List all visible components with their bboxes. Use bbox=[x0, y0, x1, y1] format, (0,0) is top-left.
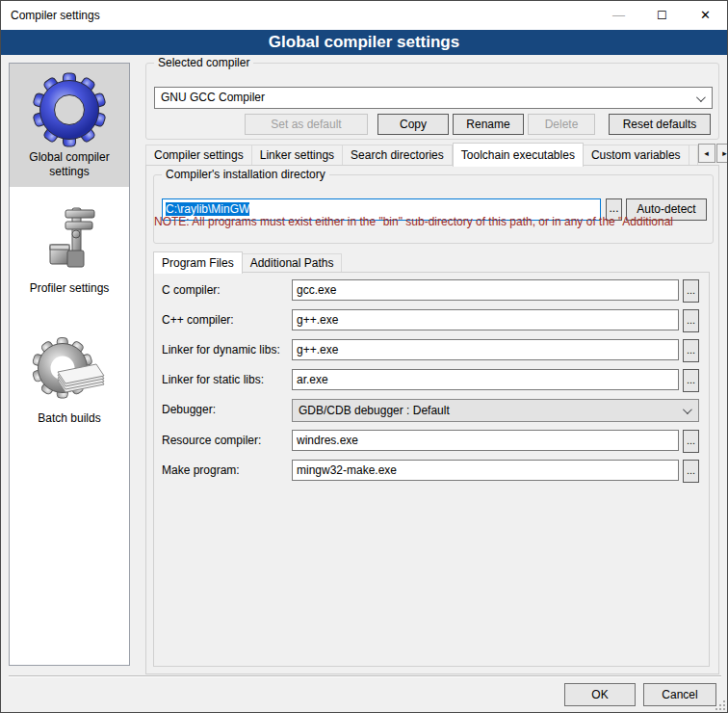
ok-button[interactable]: OK bbox=[564, 683, 636, 706]
install-dir-selected-text: C:\raylib\MinGW bbox=[166, 202, 249, 216]
tab-compiler-settings[interactable]: Compiler settings bbox=[145, 145, 252, 166]
compiler-select[interactable]: GNU GCC Compiler bbox=[154, 87, 713, 109]
cpp-compiler-browse-button[interactable]: ... bbox=[683, 309, 699, 332]
field-label: Debugger: bbox=[162, 403, 216, 416]
toolchain-executables-page: Compiler's installation directory C:\ray… bbox=[145, 165, 719, 674]
set-as-default-button[interactable]: Set as default bbox=[245, 114, 368, 135]
dynamic-linker-row: Linker for dynamic libs: ... bbox=[154, 339, 709, 362]
program-files-panel: C compiler: ... C++ compiler: ... Linker… bbox=[153, 272, 710, 667]
window-title: Compiler settings bbox=[11, 9, 100, 22]
copy-button[interactable]: Copy bbox=[377, 114, 449, 135]
compiler-select-value: GNU GCC Compiler bbox=[161, 91, 265, 104]
settings-category-list: Global compiler settings bbox=[9, 63, 130, 666]
c-compiler-input[interactable] bbox=[292, 279, 679, 301]
blue-gear-icon bbox=[12, 69, 127, 150]
tab-scroll-right-icon[interactable]: ▸ bbox=[716, 144, 728, 163]
resource-compiler-row: Resource compiler: ... bbox=[154, 430, 709, 453]
selected-compiler-group: Selected compiler GNU GCC Compiler Set a… bbox=[145, 63, 719, 140]
group-label: Compiler's installation directory bbox=[162, 168, 329, 181]
tab-linker-settings[interactable]: Linker settings bbox=[252, 145, 343, 166]
resource-compiler-browse-button[interactable]: ... bbox=[683, 430, 699, 453]
gray-gear-stack-icon bbox=[12, 330, 127, 411]
footer-separator bbox=[9, 675, 721, 677]
c-compiler-browse-button[interactable]: ... bbox=[683, 279, 699, 303]
tab-custom-variables[interactable]: Custom variables bbox=[584, 145, 689, 166]
delete-button[interactable]: Delete bbox=[528, 114, 595, 135]
maximize-icon[interactable]: ☐ bbox=[640, 1, 684, 30]
tab-scroll-left-icon[interactable]: ◂ bbox=[698, 144, 715, 163]
tab-toolchain-executables[interactable]: Toolchain executables bbox=[453, 143, 584, 167]
debugger-row: Debugger: GDB/CDB debugger : Default bbox=[154, 399, 709, 422]
cancel-button[interactable]: Cancel bbox=[643, 683, 716, 706]
static-linker-input[interactable] bbox=[292, 369, 679, 390]
c-compiler-row: C compiler: ... bbox=[154, 279, 709, 303]
page-title: Global compiler settings bbox=[1, 30, 727, 55]
titlebar[interactable]: Compiler settings — ☐ ✕ bbox=[1, 1, 727, 30]
resize-grip[interactable] bbox=[715, 700, 725, 710]
tab-build-options[interactable]: Build options bbox=[689, 145, 698, 166]
sidebar-item-label: Global compiler settings bbox=[12, 150, 127, 179]
field-label: Resource compiler: bbox=[162, 434, 261, 447]
sidebar-item-profiler-settings[interactable]: Profiler settings bbox=[10, 195, 129, 304]
static-linker-row: Linker for static libs: ... bbox=[154, 369, 709, 392]
sidebar-item-global-compiler-settings[interactable]: Global compiler settings bbox=[10, 64, 129, 187]
resource-compiler-input[interactable] bbox=[292, 430, 679, 451]
cpp-compiler-input[interactable] bbox=[292, 309, 679, 330]
field-label: Linker for dynamic libs: bbox=[162, 343, 280, 356]
minimize-icon[interactable]: — bbox=[597, 1, 640, 30]
subtab-additional-paths[interactable]: Additional Paths bbox=[243, 253, 343, 273]
static-linker-browse-button[interactable]: ... bbox=[683, 369, 699, 392]
chevron-down-icon bbox=[683, 405, 692, 414]
make-program-input[interactable] bbox=[292, 460, 679, 481]
installation-directory-group: Compiler's installation directory C:\ray… bbox=[153, 174, 714, 244]
chevron-down-icon bbox=[696, 92, 706, 102]
tab-scroll-buttons: ◂ ▸ bbox=[698, 144, 728, 163]
dynamic-linker-browse-button[interactable]: ... bbox=[683, 339, 699, 362]
bin-subdirectory-note: NOTE: All programs must exist either in … bbox=[154, 215, 703, 228]
field-label: Linker for static libs: bbox=[162, 373, 264, 386]
compiler-buttons-row: Set as default Copy Rename Delete Reset … bbox=[154, 114, 711, 135]
reset-defaults-button[interactable]: Reset defaults bbox=[609, 114, 711, 135]
field-label: Make program: bbox=[162, 463, 240, 477]
sidebar-item-batch-builds[interactable]: Batch builds bbox=[10, 325, 129, 434]
dialog-body: Global compiler settings bbox=[1, 55, 728, 713]
field-label: C compiler: bbox=[162, 283, 221, 297]
sidebar-item-label: Profiler settings bbox=[12, 281, 127, 296]
sidebar-item-label: Batch builds bbox=[12, 411, 127, 426]
caliper-icon bbox=[12, 200, 127, 281]
make-program-browse-button[interactable]: ... bbox=[683, 460, 699, 483]
dynamic-linker-input[interactable] bbox=[292, 339, 679, 360]
tab-search-directories[interactable]: Search directories bbox=[343, 145, 453, 166]
subtab-program-files[interactable]: Program Files bbox=[153, 251, 243, 274]
settings-tabstrip: Compiler settings Linker settings Search… bbox=[145, 142, 719, 166]
cpp-compiler-row: C++ compiler: ... bbox=[154, 309, 709, 332]
group-label: Selected compiler bbox=[154, 56, 253, 69]
compiler-settings-dialog: Compiler settings — ☐ ✕ Global compiler … bbox=[0, 0, 728, 713]
rename-button[interactable]: Rename bbox=[453, 114, 524, 135]
debugger-select[interactable]: GDB/CDB debugger : Default bbox=[292, 399, 699, 422]
debugger-select-value: GDB/CDB debugger : Default bbox=[299, 404, 450, 417]
make-program-row: Make program: ... bbox=[154, 460, 709, 483]
close-icon[interactable]: ✕ bbox=[684, 1, 727, 30]
program-paths-subtabs: Program Files Additional Paths bbox=[153, 251, 342, 273]
field-label: C++ compiler: bbox=[162, 313, 234, 327]
